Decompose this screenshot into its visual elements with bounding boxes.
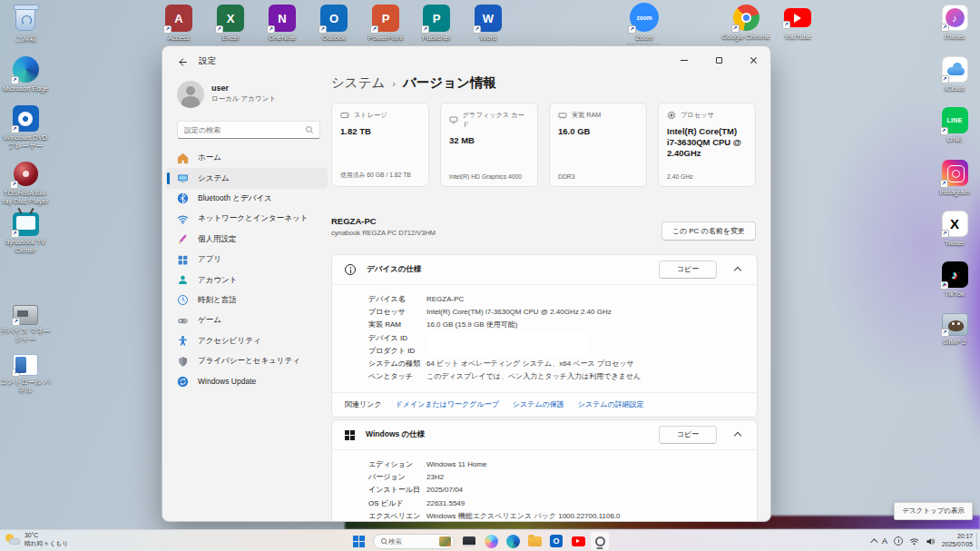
- taskbar-search[interactable]: [373, 534, 455, 549]
- link-domain-workgroup[interactable]: ドメインまたはワークグループ: [396, 399, 499, 409]
- wifi-icon: [177, 213, 189, 225]
- chevron-up-icon[interactable]: [734, 267, 741, 274]
- show-desktop-tooltip: デスクトップの表示: [894, 502, 973, 520]
- sidebar-item-apps[interactable]: アプリ: [166, 250, 328, 270]
- back-button[interactable]: [172, 53, 191, 71]
- sidebar-item-home[interactable]: ホーム: [166, 148, 328, 168]
- device-spec-header[interactable]: デバイスの仕様 コピー: [332, 255, 757, 284]
- youtube-icon: [572, 536, 585, 546]
- desktop-icon-device-manager[interactable]: ↗ デバイス マネージャー: [0, 301, 51, 343]
- desktop-icon-icloud[interactable]: ↗ iCloud: [929, 56, 980, 93]
- sidebar-item-time-language[interactable]: 時刻と言語: [166, 290, 328, 310]
- desktop: A↗ Access X↗ Excel N↗ OneNote O↗ Outlook…: [0, 0, 980, 551]
- rename-pc-button[interactable]: この PC の名前を変更: [662, 221, 756, 241]
- accessibility-icon: [177, 335, 189, 347]
- sidebar-item-network[interactable]: ネットワークとインターネット: [166, 209, 328, 229]
- volume-icon[interactable]: [926, 536, 936, 546]
- shortcut-arrow-icon: ↗: [940, 127, 948, 135]
- desktop-icon-gimp[interactable]: ↗ GIMP 2: [929, 310, 980, 346]
- desktop-icon-control-panel[interactable]: ↗ コントロール パネル: [0, 351, 51, 394]
- desktop-icon-powerpoint[interactable]: P↗ PowerPoint: [360, 5, 411, 42]
- start-button[interactable]: [348, 531, 368, 551]
- sidebar-item-privacy-security[interactable]: プライバシーとセキュリティ: [166, 351, 328, 371]
- ime-indicator[interactable]: A: [882, 536, 887, 546]
- gear-icon: [595, 536, 605, 546]
- taskbar-icon-youtube[interactable]: [568, 531, 588, 551]
- sidebar-item-system[interactable]: システム: [166, 168, 328, 188]
- sidebar-item-accounts[interactable]: アカウント: [166, 270, 328, 290]
- settings-search[interactable]: [177, 121, 320, 139]
- wifi-icon[interactable]: [909, 536, 919, 546]
- sidebar-item-accessibility[interactable]: アクセシビリティ: [166, 331, 328, 351]
- taskbar-icon-settings-active[interactable]: [590, 531, 610, 551]
- card-ram: 実装 RAM 16.0 GB DDR3: [549, 103, 647, 187]
- windows-spec-header[interactable]: Windows の仕様 コピー: [332, 420, 757, 449]
- search-highlight-icon: [439, 536, 451, 546]
- shortcut-arrow-icon: ↗: [11, 76, 19, 84]
- copy-button[interactable]: コピー: [659, 261, 717, 279]
- desktop-icon-line[interactable]: LINE↗ LINE: [929, 107, 980, 143]
- desktop-icon-twitter[interactable]: X↗ Twitter: [929, 211, 980, 247]
- settings-window: 設定 user ローカル アカウント ホーム システム: [162, 45, 771, 522]
- desktop-icon-tiktok[interactable]: ♪↗ TikTok: [929, 261, 980, 298]
- desktop-icon-dvd-player[interactable]: ↗ Windows DVDプレーヤー: [0, 105, 51, 150]
- tray-overflow-chevron-icon[interactable]: [870, 538, 877, 546]
- shortcut-arrow-icon: ↗: [731, 25, 740, 33]
- taskbar-icon-outlook[interactable]: O: [546, 531, 566, 551]
- desktop-icon-youtube[interactable]: ↗ YouTube: [772, 5, 823, 41]
- desktop-icon-excel[interactable]: X↗ Excel: [205, 5, 256, 42]
- powerpoint-icon: P↗: [372, 5, 399, 32]
- desktop-icon-toshiba-bluray[interactable]: ↗ TOSHIBA Blu-ray Disc Player: [0, 160, 51, 205]
- taskbar-icon-edge[interactable]: [503, 531, 523, 551]
- chevron-right-icon: ›: [392, 78, 396, 89]
- desktop-icon-onenote[interactable]: N↗ OneNote: [257, 5, 308, 42]
- settings-search-input[interactable]: [178, 126, 305, 134]
- shortcut-arrow-icon: ↗: [163, 25, 172, 34]
- shortcut-arrow-icon: ↗: [318, 25, 327, 34]
- desktop-icon-publisher[interactable]: P↗ Publisher: [411, 5, 462, 42]
- shortcut-arrow-icon: ↗: [782, 21, 790, 29]
- copilot-icon: [485, 535, 498, 548]
- sidebar-item-gaming[interactable]: ゲーム: [166, 310, 328, 330]
- desktop-icon-access[interactable]: A↗ Access: [153, 5, 204, 42]
- clock-icon: [177, 294, 189, 306]
- tray-app-icon[interactable]: [894, 536, 903, 546]
- home-icon: [177, 153, 189, 164]
- desktop-icon-zoom[interactable]: zoom↗ Zoom Workplace: [619, 3, 670, 50]
- copy-button[interactable]: コピー: [659, 426, 717, 444]
- avatar[interactable]: [177, 81, 204, 108]
- taskbar-icon-copilot[interactable]: [481, 531, 501, 551]
- sidebar-item-bluetooth-devices[interactable]: Bluetooth とデバイス: [166, 189, 328, 209]
- taskbar-icon-task-view[interactable]: [459, 531, 479, 551]
- icloud-icon: ↗: [942, 56, 968, 83]
- bluetooth-icon: [177, 192, 189, 204]
- update-icon: [177, 376, 189, 388]
- shortcut-arrow-icon: ↗: [215, 25, 223, 34]
- clock[interactable]: 20:17 2025/07/05: [942, 533, 977, 549]
- desktop-icon-edge[interactable]: ↗ Microsoft Edge: [0, 56, 51, 93]
- youtube-icon: ↗: [784, 8, 811, 27]
- taskbar-icon-explorer[interactable]: [524, 531, 544, 551]
- chevron-up-icon[interactable]: [734, 432, 741, 439]
- desktop-icon-recycle-bin[interactable]: ごみ箱: [0, 5, 51, 43]
- desktop-icon-instagram[interactable]: ↗ Instagram: [929, 160, 980, 196]
- link-advanced-system-settings[interactable]: システムの詳細設定: [578, 399, 644, 409]
- sidebar-item-personalization[interactable]: 個人用設定: [166, 230, 328, 250]
- instagram-icon: ↗: [942, 160, 968, 186]
- desktop-icon-word[interactable]: W↗ Word: [463, 5, 514, 42]
- taskbar-search-input[interactable]: [388, 537, 439, 546]
- spec-cards: ストレージ 1.82 TB 使用済み 60 GB / 1.82 TB グラフィッ…: [331, 103, 758, 187]
- link-system-protection[interactable]: システムの保護: [513, 399, 564, 409]
- system-icon: [177, 172, 189, 184]
- shortcut-arrow-icon: ↗: [941, 230, 949, 238]
- breadcrumb-parent[interactable]: システム: [331, 74, 385, 92]
- desktop-icon-chrome[interactable]: ↗ Google Chrome: [720, 5, 771, 41]
- desktop-icon-dynabook-tv[interactable]: ↗ dynabook TV Center: [0, 209, 51, 254]
- desktop-icon-itunes[interactable]: ♪↗ iTunes: [929, 5, 980, 41]
- sidebar-item-windows-update[interactable]: Windows Update: [166, 371, 328, 391]
- desktop-icon-outlook[interactable]: O↗ Outlook: [309, 5, 359, 42]
- weather-condition: 晴れ時々くもり: [24, 540, 68, 546]
- onenote-icon: N↗: [269, 5, 296, 32]
- tv-center-icon: ↗: [13, 212, 39, 236]
- weather-widget[interactable]: 30°C 晴れ時々くもり: [5, 532, 68, 548]
